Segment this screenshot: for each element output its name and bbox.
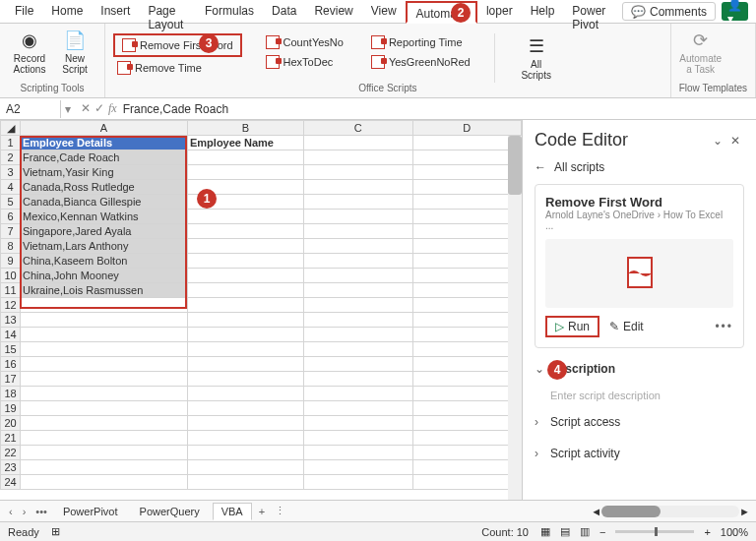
- cell[interactable]: [188, 298, 304, 313]
- menu-developer[interactable]: loper: [477, 0, 522, 23]
- name-box-dropdown-icon[interactable]: ▾: [61, 102, 75, 116]
- row-header[interactable]: 21: [1, 431, 21, 446]
- row-header[interactable]: 20: [1, 416, 21, 431]
- cell[interactable]: [412, 180, 522, 195]
- cell[interactable]: [188, 342, 304, 357]
- col-header-c[interactable]: C: [304, 121, 413, 136]
- cell[interactable]: [188, 431, 304, 446]
- cell[interactable]: [304, 372, 413, 387]
- cell[interactable]: [304, 328, 413, 342]
- cell[interactable]: [304, 401, 413, 416]
- script-remove-first-word[interactable]: Remove First Word: [118, 36, 237, 54]
- cell[interactable]: [412, 239, 522, 254]
- cell[interactable]: [21, 475, 188, 490]
- cell[interactable]: [188, 387, 304, 401]
- cell[interactable]: [412, 210, 522, 224]
- row-header[interactable]: 10: [1, 269, 21, 283]
- cell[interactable]: [304, 416, 413, 431]
- row-header[interactable]: 23: [1, 460, 21, 475]
- cell[interactable]: China,John Mooney: [21, 269, 188, 283]
- cell[interactable]: [21, 313, 188, 328]
- formula-input[interactable]: France,Cade Roach: [123, 102, 750, 116]
- row-header[interactable]: 13: [1, 313, 21, 328]
- fx-icon[interactable]: fx: [108, 101, 117, 116]
- row-header[interactable]: 24: [1, 475, 21, 490]
- cell[interactable]: [188, 446, 304, 460]
- cell[interactable]: [304, 254, 413, 269]
- cell[interactable]: [188, 165, 304, 180]
- cell[interactable]: [188, 401, 304, 416]
- row-header[interactable]: 6: [1, 210, 21, 224]
- cell[interactable]: Vietnam,Yasir King: [21, 165, 188, 180]
- row-header[interactable]: 12: [1, 298, 21, 313]
- row-header[interactable]: 19: [1, 401, 21, 416]
- cell[interactable]: [21, 328, 188, 342]
- row-header[interactable]: 8: [1, 239, 21, 254]
- horizontal-scrollbar[interactable]: [601, 506, 739, 517]
- cell[interactable]: [21, 342, 188, 357]
- cell[interactable]: [304, 150, 413, 165]
- hscroll-right[interactable]: ►: [739, 506, 750, 517]
- cell[interactable]: [188, 416, 304, 431]
- cell[interactable]: [304, 357, 413, 372]
- cell[interactable]: [412, 460, 522, 475]
- run-button[interactable]: ▷ Run: [545, 316, 599, 337]
- cell[interactable]: [304, 224, 413, 239]
- row-header[interactable]: 5: [1, 195, 21, 210]
- cell[interactable]: [21, 372, 188, 387]
- scrollbar-thumb[interactable]: [508, 136, 522, 195]
- col-header-a[interactable]: A: [21, 121, 188, 136]
- accessibility-icon[interactable]: ⊞: [51, 525, 60, 538]
- back-all-scripts[interactable]: ← All scripts: [535, 160, 744, 174]
- cell[interactable]: [188, 475, 304, 490]
- cell[interactable]: [304, 136, 413, 150]
- cell[interactable]: [412, 446, 522, 460]
- view-break-icon[interactable]: ▥: [580, 525, 590, 538]
- script-remove-time[interactable]: Remove Time: [113, 59, 242, 77]
- cell[interactable]: [188, 357, 304, 372]
- cell[interactable]: [304, 475, 413, 490]
- col-header-d[interactable]: D: [412, 121, 522, 136]
- row-header[interactable]: 11: [1, 283, 21, 298]
- cell[interactable]: [304, 387, 413, 401]
- cell[interactable]: [412, 150, 522, 165]
- new-script-button[interactable]: 📄 New Script: [53, 28, 96, 77]
- zoom-out-button[interactable]: −: [599, 526, 605, 538]
- row-header[interactable]: 4: [1, 180, 21, 195]
- cell[interactable]: Ukraine,Lois Rasmussen: [21, 283, 188, 298]
- cell[interactable]: France,Cade Roach: [21, 150, 188, 165]
- cell[interactable]: [412, 269, 522, 283]
- cell[interactable]: [412, 401, 522, 416]
- menu-home[interactable]: Home: [42, 0, 92, 23]
- cell[interactable]: [304, 239, 413, 254]
- cell[interactable]: [412, 357, 522, 372]
- cell[interactable]: [304, 210, 413, 224]
- row-header[interactable]: 14: [1, 328, 21, 342]
- row-header[interactable]: 1: [1, 136, 21, 150]
- zoom-slider[interactable]: [615, 530, 694, 533]
- menu-data[interactable]: Data: [263, 0, 305, 23]
- menu-formulas[interactable]: Formulas: [196, 0, 263, 23]
- cell[interactable]: [412, 136, 522, 150]
- cell[interactable]: [21, 446, 188, 460]
- all-scripts-button[interactable]: ☰ All Scripts: [515, 33, 558, 83]
- menu-review[interactable]: Review: [305, 0, 361, 23]
- cell[interactable]: [304, 313, 413, 328]
- more-options-button[interactable]: •••: [715, 320, 733, 333]
- cell[interactable]: Mexico,Kennan Watkins: [21, 210, 188, 224]
- cell[interactable]: [412, 342, 522, 357]
- row-header[interactable]: 22: [1, 446, 21, 460]
- comments-button[interactable]: 💬 Comments: [622, 2, 716, 21]
- cell[interactable]: Singapore,Jared Ayala: [21, 224, 188, 239]
- cell[interactable]: China,Kaseem Bolton: [21, 254, 188, 269]
- cell[interactable]: [188, 254, 304, 269]
- cell[interactable]: [304, 165, 413, 180]
- cell[interactable]: [188, 460, 304, 475]
- cell[interactable]: [188, 283, 304, 298]
- row-header[interactable]: 2: [1, 150, 21, 165]
- script-countyesno[interactable]: CountYesNo: [262, 33, 347, 51]
- share-button[interactable]: 👤▾: [722, 2, 748, 21]
- cell[interactable]: [412, 313, 522, 328]
- script-hextodec[interactable]: HexToDec: [262, 53, 347, 71]
- cell[interactable]: [412, 283, 522, 298]
